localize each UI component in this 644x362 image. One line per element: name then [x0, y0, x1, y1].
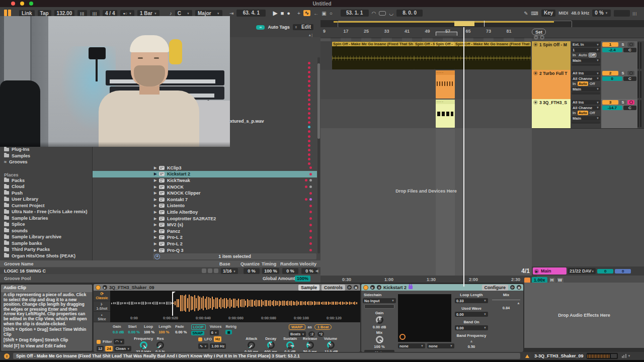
attack-knob[interactable] — [248, 341, 255, 349]
expand-arrow-icon[interactable]: ▶ — [154, 178, 159, 183]
output-chooser[interactable]: Main▼ — [572, 58, 600, 63]
sidebar-place-item[interactable]: Current Project — [0, 203, 92, 209]
groove-timing-value[interactable]: 100 % — [262, 268, 279, 274]
arm-button[interactable] — [627, 71, 634, 75]
volume-field[interactable]: -14.7 — [602, 106, 622, 110]
sustain-knob[interactable] — [286, 341, 294, 349]
expand-arrow-icon[interactable]: ▶ — [154, 166, 159, 170]
device-activator[interactable] — [96, 285, 101, 290]
band-frequency-slider[interactable]: ▲ — [455, 339, 488, 343]
sidebar-place-item[interactable]: Sample Library archive — [0, 234, 92, 240]
filter-toggle[interactable] — [97, 340, 101, 344]
arrangement-position-field[interactable]: 63. 4. 1 — [236, 10, 266, 17]
session-record-button[interactable]: ▣ — [321, 11, 326, 16]
output-chooser[interactable]: Main▼ — [572, 87, 600, 92]
sort-arrow-icon[interactable]: ▲| — [308, 33, 312, 37]
time-ruler[interactable]: 0:301:001:302:002:30 — [320, 276, 537, 283]
hot-swap-icon[interactable]: ⟳ — [510, 285, 515, 290]
track3-lane[interactable]: · · · · — [320, 99, 532, 129]
punch-in-button[interactable]: ◠ — [372, 11, 376, 16]
circuit-chooser[interactable]: Clean ▼ — [114, 346, 131, 351]
sidebar-place-item[interactable]: Cloud — [0, 184, 92, 190]
preview-icon[interactable]: ▶ — [103, 285, 107, 290]
expand-arrow-icon[interactable]: ▶ — [154, 235, 159, 239]
input-type-chooser[interactable]: All Ins▼ — [572, 100, 600, 105]
configure-button[interactable]: Configure — [482, 285, 509, 291]
main-track-header[interactable]: ▶ Main 21/22 DAV▼ 0 0 — [532, 266, 644, 276]
main-play-icon[interactable]: ▶ — [534, 269, 539, 274]
track2-lane[interactable]: · · · · — [320, 70, 532, 100]
fade-value[interactable]: 0.00 % — [175, 330, 187, 334]
audio-clip[interactable]: · · · · — [436, 100, 455, 128]
loop-start-field[interactable]: 53. 1. 1 — [341, 10, 369, 17]
partial-filename[interactable]: xtured_s_p.wav — [230, 119, 264, 124]
drop-audio-effects-area[interactable]: Drop Audio Effects Here — [524, 283, 644, 348]
expand-arrow-icon[interactable]: ▶ — [154, 248, 159, 252]
gain-value[interactable]: 0.0 dB — [113, 330, 124, 334]
selected-clip-name[interactable]: 3-3Q_FTH3_Shaker_09 — [534, 353, 584, 358]
slot-b-chooser[interactable]: none▼ — [427, 343, 454, 348]
loop-switch[interactable] — [379, 11, 386, 16]
browser-item[interactable]: ▶ MV2 (s) — [93, 222, 317, 228]
browser-item[interactable]: ▶ Kontakt 7 — [93, 196, 317, 203]
edit-tags-button[interactable]: ≡ Edit — [293, 24, 313, 30]
track-fold-button[interactable]: ▼ — [533, 71, 538, 75]
band-on-chooser[interactable]: 0.00▼ — [455, 325, 488, 330]
sidebar-place-item[interactable]: Sample Libraries — [0, 215, 92, 222]
audio-clip[interactable]: · · · · — [436, 70, 455, 99]
loop-length-chooser[interactable]: 0.33▼ — [455, 298, 488, 303]
input-channel-chooser[interactable]: 1▼ — [572, 48, 600, 52]
loop-value[interactable]: 100 % — [144, 330, 154, 334]
set-button[interactable]: Set — [532, 29, 546, 35]
clip-title[interactable]: Spin Off - Make Me Go Insane (Fixed That… — [332, 42, 414, 46]
browser-item[interactable]: ▶ Pro-L 2 — [93, 241, 317, 247]
audio-clip-selected[interactable]: Spin Off - — [435, 42, 454, 69]
expand-arrow-icon[interactable]: ▶ — [154, 223, 159, 227]
sidebar-place-item[interactable]: Organ Hits/One Shots (PEAK) — [0, 253, 92, 259]
expand-arrow-icon[interactable]: ▶ — [154, 204, 159, 208]
decay-knob[interactable] — [267, 341, 275, 349]
empty-lane-area[interactable] — [320, 128, 532, 285]
auto-tags-toggle[interactable]: ∞ — [256, 25, 265, 30]
solo-button[interactable]: S — [619, 42, 626, 47]
slot-a-chooser[interactable]: none▼ — [398, 343, 425, 348]
out-mix-value[interactable]: 0.84 — [503, 306, 510, 310]
browser-scrollbar[interactable] — [317, 57, 320, 253]
sidebar-place-item[interactable]: User Library — [0, 196, 92, 203]
expand-arrow-icon[interactable]: ▶ — [154, 229, 159, 233]
expand-arrow-icon[interactable]: ▶ — [154, 191, 159, 195]
re-enable-automation-button[interactable]: ← — [313, 11, 318, 16]
warp-toggle[interactable]: WARP — [289, 324, 305, 330]
volume-knob[interactable] — [327, 341, 335, 349]
main-pan-field[interactable]: 0 — [615, 269, 631, 274]
slope-24-button[interactable]: 24 — [105, 346, 112, 351]
track-name-cell[interactable]: ▼ 2 Turbo Full T — [532, 70, 571, 99]
expand-arrow-icon[interactable]: ▶ — [154, 185, 159, 189]
input-channel-chooser[interactable]: All Channe▼ — [572, 76, 600, 81]
audio-clip[interactable]: Spin Off - Make Me Go Insane (Fixed That… — [332, 42, 414, 69]
sidebar-item-plugins[interactable]: Plug-Ins — [0, 146, 92, 153]
tab-controls[interactable]: Controls — [321, 285, 345, 291]
browser-item[interactable]: ▶ KNOCK Clipper — [93, 190, 317, 197]
frequency-knob[interactable] — [140, 341, 147, 349]
expand-arrow-icon[interactable]: ▶ — [154, 217, 159, 221]
browser-item[interactable]: ▶ KClip3 — [93, 165, 317, 171]
track-name-cell[interactable]: ▼ 1 Spin Off - M — [532, 41, 571, 70]
track-name-cell[interactable]: ▼ 3 3Q_FTH3_S — [532, 99, 571, 128]
used-wave-chooser[interactable]: 0.00▼ — [455, 312, 488, 317]
retrig-toggle[interactable]: ◼ — [225, 330, 231, 334]
browser-item[interactable]: ▶ Looptrotter SA2RATE2 — [93, 215, 317, 222]
punch-out-button[interactable]: ◡ — [389, 11, 393, 16]
track-header-3[interactable]: ▼ 3 3Q_FTH3_S All Ins▼ All Channe▼ InAut… — [532, 99, 644, 129]
preview-icon[interactable]: ▶ — [370, 285, 375, 290]
sidebar-item-samples[interactable]: Samples — [0, 153, 92, 159]
loop-toggle[interactable]: LOOP — [191, 324, 206, 330]
device-activator[interactable] — [363, 285, 368, 290]
expand-arrow-icon[interactable]: ▶ — [154, 242, 159, 246]
track-name[interactable]: 3 3Q_FTH3_S — [539, 100, 567, 105]
groove-random-value[interactable]: 0 % — [282, 268, 298, 274]
loop-brace[interactable] — [436, 32, 457, 36]
monitor-switch[interactable]: InAutoOff — [572, 81, 600, 86]
monitor-switch[interactable]: InAutoOff — [572, 111, 600, 115]
sample-waveform-display[interactable]: 0:000:00:0200:00:0400:00:0600:00:0800:00… — [110, 291, 360, 322]
